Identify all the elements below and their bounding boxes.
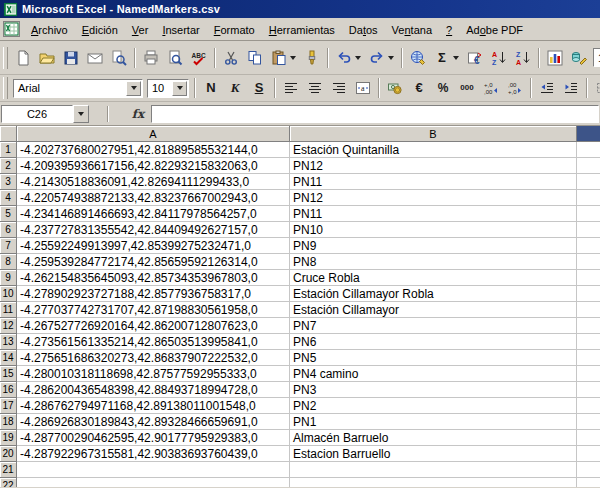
print-preview-button[interactable] [163,46,187,70]
cell-c15-partial[interactable] [577,366,600,382]
cell-b6[interactable]: PN10 [290,222,577,238]
increase-indent-button[interactable] [559,76,583,100]
menu-item-ayuda[interactable]: ? [439,21,459,39]
chevron-down-icon[interactable] [290,56,296,60]
font-size-combo-dropdown-button[interactable] [172,81,187,96]
cell-b15[interactable]: PN4 camino [290,366,577,382]
cell-c4-partial[interactable] [577,190,600,206]
toolbar-drag-handle[interactable] [3,47,8,69]
menu-item-adobe-pdf[interactable]: Adobe PDF [459,21,530,39]
cell-c17-partial[interactable] [577,398,600,414]
row-header-14[interactable]: 14 [0,350,17,366]
search-button[interactable] [107,46,131,70]
cell-a5[interactable]: -4.234146891466693,42.84117978564257,0 [17,206,290,222]
row-header-5[interactable]: 5 [0,206,17,222]
currency-button[interactable] [383,76,407,100]
format-painter-button[interactable] [300,46,324,70]
name-box-dropdown-button[interactable] [73,105,89,123]
menu-item-ventana[interactable]: Ventana [385,21,439,39]
cell-b16[interactable]: PN3 [290,382,577,398]
cell-c2-partial[interactable] [577,158,600,174]
align-left-button[interactable] [279,76,303,100]
sort-ascending-button[interactable]: AZ [487,46,511,70]
insert-function-button[interactable]: fx [127,107,149,121]
zoom-combo[interactable]: 100% [593,48,600,67]
cut-button[interactable] [219,46,243,70]
paste-button[interactable] [267,46,300,70]
cell-b1[interactable]: Estación Quintanilla [290,142,577,158]
cell-a8[interactable]: -4.259539284772174,42.85659592126314,0 [17,254,290,270]
cell-c10-partial[interactable] [577,286,600,302]
italic-button[interactable]: K [223,76,247,100]
title-bar[interactable]: Microsoft Excel - NamedMarkers.csv [0,0,600,18]
cell-a16[interactable]: -4.286200436548398,42.88493718994728,0 [17,382,290,398]
cell-b3[interactable]: PN11 [290,174,577,190]
workbook-icon[interactable] [3,21,20,37]
cell-a13[interactable]: -4.273561561335214,42.86503513995841,0 [17,334,290,350]
menu-item-insertar[interactable]: Insertar [155,21,206,39]
cell-b13[interactable]: PN6 [290,334,577,350]
cell-b7[interactable]: PN9 [290,238,577,254]
row-header-4[interactable]: 4 [0,190,17,206]
cell-a14[interactable]: -4.275651686320273,42.86837907222532,0 [17,350,290,366]
save-button[interactable] [59,46,83,70]
increase-decimal-button[interactable]: +,0,00 [479,76,503,100]
cell-a3[interactable]: -4.21430518836091,42.82694111299433,0 [17,174,290,190]
redo-button[interactable] [365,46,398,70]
cell-c7-partial[interactable] [577,238,600,254]
new-button[interactable] [11,46,35,70]
row-header-12[interactable]: 12 [0,318,17,334]
chevron-down-icon[interactable] [453,56,459,60]
align-right-button[interactable] [327,76,351,100]
cell-a15[interactable]: -4.280010318118698,42.87577592955333,0 [17,366,290,382]
open-button[interactable] [35,46,59,70]
email-button[interactable] [83,46,107,70]
row-header-22[interactable]: 22 [0,478,17,487]
cell-c13-partial[interactable] [577,334,600,350]
cell-a7[interactable]: -4.25592249913997,42.85399275232471,0 [17,238,290,254]
align-center-button[interactable] [303,76,327,100]
menu-item-edicion[interactable]: Edición [75,21,125,39]
formula-input[interactable] [151,105,599,123]
name-box[interactable]: C26 [1,105,73,123]
toolbar-drag-handle[interactable] [3,77,8,99]
merge-center-button[interactable]: a [351,76,375,100]
cell-b10[interactable]: Estación Cillamayor Robla [290,286,577,302]
percent-button[interactable]: % [431,76,455,100]
row-header-21[interactable]: 21 [0,462,17,478]
copy-button[interactable] [243,46,267,70]
sort-descending-button[interactable]: ZA [511,46,535,70]
cell-a12[interactable]: -4.267527726920164,42.86200712807623,0 [17,318,290,334]
cell-b21[interactable] [290,462,577,478]
row-header-15[interactable]: 15 [0,366,17,382]
row-header-17[interactable]: 17 [0,398,17,414]
cell-c21-partial[interactable] [577,462,600,478]
row-header-6[interactable]: 6 [0,222,17,238]
cell-b12[interactable]: PN7 [290,318,577,334]
menu-item-herramientas[interactable]: Herramientas [262,21,342,39]
cell-b20[interactable]: Estacion Barruello [290,446,577,462]
chevron-down-icon[interactable] [355,56,361,60]
cell-c1-partial[interactable] [577,142,600,158]
row-header-10[interactable]: 10 [0,286,17,302]
cell-a6[interactable]: -4.237727831355542,42.84409492627157,0 [17,222,290,238]
chart-wizard-button[interactable] [543,46,567,70]
cell-c16-partial[interactable] [577,382,600,398]
cell-b17[interactable]: PN2 [290,398,577,414]
font-name-combo-dropdown-button[interactable] [126,81,141,96]
font-size-combo[interactable]: 10 [147,79,189,98]
cell-c12-partial[interactable] [577,318,600,334]
insert-hyperlink-button[interactable] [406,46,430,70]
menu-item-datos[interactable]: Datos [342,21,385,39]
cell-a9[interactable]: -4.262154835645093,42.85734353967803,0 [17,270,290,286]
cell-c3-partial[interactable] [577,174,600,190]
euro-conversion-button[interactable]: € [463,46,487,70]
cell-a2[interactable]: -4.209395936617156,42.82293215832063,0 [17,158,290,174]
cell-a10[interactable]: -4.278902923727188,42.8577936758317,0 [17,286,290,302]
cell-b5[interactable]: PN11 [290,206,577,222]
menu-item-formato[interactable]: Formato [207,21,262,39]
row-header-2[interactable]: 2 [0,158,17,174]
underline-button[interactable]: S [247,76,271,100]
chevron-down-icon[interactable] [388,56,394,60]
cell-c14-partial[interactable] [577,350,600,366]
